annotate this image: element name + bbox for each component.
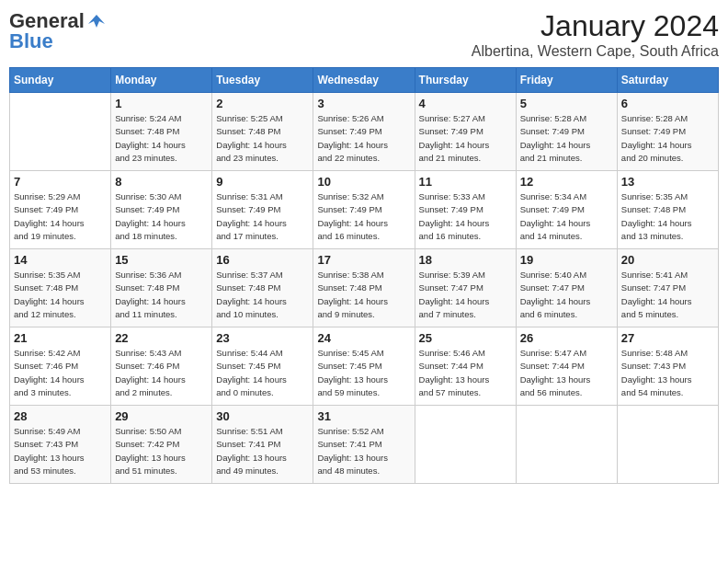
day-number: 18	[419, 253, 512, 267]
calendar-week-row: 7Sunrise: 5:29 AM Sunset: 7:49 PM Daylig…	[10, 171, 719, 249]
logo: General Blue	[9, 9, 107, 53]
calendar-cell: 31Sunrise: 5:52 AM Sunset: 7:41 PM Dayli…	[313, 406, 415, 484]
location: Albertina, Western Cape, South Africa	[472, 43, 719, 60]
day-info: Sunrise: 5:25 AM Sunset: 7:48 PM Dayligh…	[216, 112, 309, 165]
day-info: Sunrise: 5:52 AM Sunset: 7:41 PM Dayligh…	[317, 425, 410, 477]
day-number: 6	[621, 97, 714, 110]
day-number: 8	[115, 175, 208, 189]
calendar-cell: 15Sunrise: 5:36 AM Sunset: 7:48 PM Dayli…	[111, 249, 212, 327]
day-number: 31	[317, 409, 410, 423]
calendar-cell: 12Sunrise: 5:34 AM Sunset: 7:49 PM Dayli…	[516, 171, 617, 249]
calendar-cell: 5Sunrise: 5:28 AM Sunset: 7:49 PM Daylig…	[516, 93, 617, 171]
day-info: Sunrise: 5:47 AM Sunset: 7:44 PM Dayligh…	[520, 347, 613, 399]
calendar-cell	[415, 406, 516, 484]
day-info: Sunrise: 5:30 AM Sunset: 7:49 PM Dayligh…	[115, 190, 208, 243]
day-info: Sunrise: 5:32 AM Sunset: 7:49 PM Dayligh…	[317, 190, 410, 243]
calendar-cell: 30Sunrise: 5:51 AM Sunset: 7:41 PM Dayli…	[212, 406, 313, 484]
day-header: Saturday	[617, 68, 718, 93]
day-number: 16	[216, 253, 309, 267]
day-info: Sunrise: 5:36 AM Sunset: 7:48 PM Dayligh…	[115, 269, 208, 321]
day-info: Sunrise: 5:31 AM Sunset: 7:49 PM Dayligh…	[216, 190, 309, 243]
calendar-cell: 14Sunrise: 5:35 AM Sunset: 7:48 PM Dayli…	[10, 249, 111, 327]
title-block: January 2024 Albertina, Western Cape, So…	[472, 9, 719, 60]
calendar-cell: 20Sunrise: 5:41 AM Sunset: 7:47 PM Dayli…	[617, 249, 718, 327]
calendar-cell: 7Sunrise: 5:29 AM Sunset: 7:49 PM Daylig…	[10, 171, 111, 249]
calendar-cell: 3Sunrise: 5:26 AM Sunset: 7:49 PM Daylig…	[313, 93, 415, 171]
day-number: 20	[621, 253, 714, 267]
calendar-week-row: 21Sunrise: 5:42 AM Sunset: 7:46 PM Dayli…	[10, 327, 719, 406]
day-header: Wednesday	[313, 68, 415, 93]
calendar-cell: 10Sunrise: 5:32 AM Sunset: 7:49 PM Dayli…	[313, 171, 415, 249]
logo-bird-icon	[86, 11, 107, 31]
calendar-cell	[617, 406, 718, 484]
day-info: Sunrise: 5:45 AM Sunset: 7:45 PM Dayligh…	[317, 347, 410, 399]
day-info: Sunrise: 5:39 AM Sunset: 7:47 PM Dayligh…	[419, 269, 512, 321]
day-info: Sunrise: 5:41 AM Sunset: 7:47 PM Dayligh…	[621, 269, 714, 321]
day-info: Sunrise: 5:28 AM Sunset: 7:49 PM Dayligh…	[520, 112, 613, 165]
calendar-week-row: 14Sunrise: 5:35 AM Sunset: 7:48 PM Dayli…	[10, 249, 719, 327]
calendar-cell: 9Sunrise: 5:31 AM Sunset: 7:49 PM Daylig…	[212, 171, 313, 249]
day-number: 15	[115, 253, 208, 267]
day-number: 3	[317, 97, 410, 110]
calendar-cell: 6Sunrise: 5:28 AM Sunset: 7:49 PM Daylig…	[617, 93, 718, 171]
day-number: 28	[14, 409, 107, 423]
day-info: Sunrise: 5:29 AM Sunset: 7:49 PM Dayligh…	[14, 190, 107, 243]
day-number: 7	[14, 175, 107, 189]
day-number: 21	[14, 331, 107, 345]
day-info: Sunrise: 5:33 AM Sunset: 7:49 PM Dayligh…	[419, 190, 512, 243]
calendar-cell: 22Sunrise: 5:43 AM Sunset: 7:46 PM Dayli…	[111, 327, 212, 406]
day-number: 25	[419, 331, 512, 345]
calendar-header-row: SundayMondayTuesdayWednesdayThursdayFrid…	[10, 68, 719, 93]
day-number: 23	[216, 331, 309, 345]
day-info: Sunrise: 5:35 AM Sunset: 7:48 PM Dayligh…	[621, 190, 714, 243]
calendar-cell: 27Sunrise: 5:48 AM Sunset: 7:43 PM Dayli…	[617, 327, 718, 406]
day-info: Sunrise: 5:28 AM Sunset: 7:49 PM Dayligh…	[621, 112, 714, 165]
calendar-cell: 2Sunrise: 5:25 AM Sunset: 7:48 PM Daylig…	[212, 93, 313, 171]
day-number: 11	[419, 175, 512, 189]
day-number: 17	[317, 253, 410, 267]
calendar-cell	[10, 93, 111, 171]
day-number: 29	[115, 409, 208, 423]
calendar-cell: 19Sunrise: 5:40 AM Sunset: 7:47 PM Dayli…	[516, 249, 617, 327]
calendar-cell: 28Sunrise: 5:49 AM Sunset: 7:43 PM Dayli…	[10, 406, 111, 484]
day-info: Sunrise: 5:26 AM Sunset: 7:49 PM Dayligh…	[317, 112, 410, 165]
calendar-cell: 4Sunrise: 5:27 AM Sunset: 7:49 PM Daylig…	[415, 93, 516, 171]
calendar-cell: 24Sunrise: 5:45 AM Sunset: 7:45 PM Dayli…	[313, 327, 415, 406]
day-info: Sunrise: 5:27 AM Sunset: 7:49 PM Dayligh…	[419, 112, 512, 165]
day-number: 9	[216, 175, 309, 189]
day-number: 1	[115, 97, 208, 110]
calendar-cell: 11Sunrise: 5:33 AM Sunset: 7:49 PM Dayli…	[415, 171, 516, 249]
day-number: 13	[621, 175, 714, 189]
day-info: Sunrise: 5:44 AM Sunset: 7:45 PM Dayligh…	[216, 347, 309, 399]
day-header: Monday	[111, 68, 212, 93]
day-header: Tuesday	[212, 68, 313, 93]
day-number: 27	[621, 331, 714, 345]
day-header: Thursday	[415, 68, 516, 93]
calendar-cell: 26Sunrise: 5:47 AM Sunset: 7:44 PM Dayli…	[516, 327, 617, 406]
day-number: 4	[419, 97, 512, 110]
calendar-cell: 17Sunrise: 5:38 AM Sunset: 7:48 PM Dayli…	[313, 249, 415, 327]
page-header: General Blue January 2024 Albertina, Wes…	[9, 9, 719, 60]
day-info: Sunrise: 5:49 AM Sunset: 7:43 PM Dayligh…	[14, 425, 107, 477]
day-number: 19	[520, 253, 613, 267]
day-number: 12	[520, 175, 613, 189]
day-number: 14	[14, 253, 107, 267]
calendar-cell: 8Sunrise: 5:30 AM Sunset: 7:49 PM Daylig…	[111, 171, 212, 249]
day-number: 10	[317, 175, 410, 189]
calendar-week-row: 1Sunrise: 5:24 AM Sunset: 7:48 PM Daylig…	[10, 93, 719, 171]
day-number: 2	[216, 97, 309, 110]
calendar-cell	[516, 406, 617, 484]
calendar-cell: 1Sunrise: 5:24 AM Sunset: 7:48 PM Daylig…	[111, 93, 212, 171]
day-header: Friday	[516, 68, 617, 93]
day-info: Sunrise: 5:42 AM Sunset: 7:46 PM Dayligh…	[14, 347, 107, 399]
day-info: Sunrise: 5:37 AM Sunset: 7:48 PM Dayligh…	[216, 269, 309, 321]
calendar-table: SundayMondayTuesdayWednesdayThursdayFrid…	[9, 67, 719, 484]
day-header: Sunday	[10, 68, 111, 93]
calendar-cell: 23Sunrise: 5:44 AM Sunset: 7:45 PM Dayli…	[212, 327, 313, 406]
calendar-cell: 13Sunrise: 5:35 AM Sunset: 7:48 PM Dayli…	[617, 171, 718, 249]
month-title: January 2024	[472, 9, 719, 43]
calendar-cell: 29Sunrise: 5:50 AM Sunset: 7:42 PM Dayli…	[111, 406, 212, 484]
calendar-week-row: 28Sunrise: 5:49 AM Sunset: 7:43 PM Dayli…	[10, 406, 719, 484]
day-info: Sunrise: 5:24 AM Sunset: 7:48 PM Dayligh…	[115, 112, 208, 165]
day-info: Sunrise: 5:50 AM Sunset: 7:42 PM Dayligh…	[115, 425, 208, 477]
